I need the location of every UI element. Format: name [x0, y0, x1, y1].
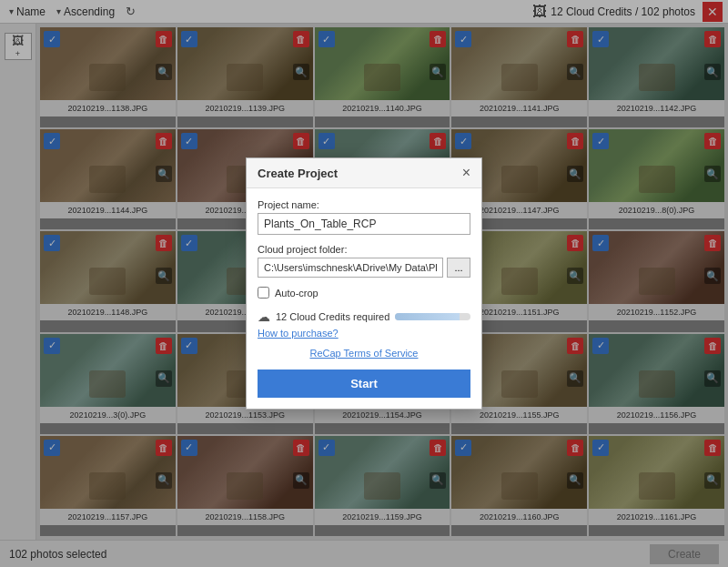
modal-close-button[interactable]: × [462, 166, 470, 180]
credits-required-text: 12 Cloud Credits required [276, 311, 389, 322]
folder-row: ... [258, 258, 470, 278]
folder-label: Cloud project folder: [258, 244, 470, 255]
project-name-input[interactable] [258, 213, 470, 235]
credits-cloud-icon: ☁ [258, 309, 270, 324]
autocrop-label: Auto-crop [275, 288, 318, 299]
modal-body: Project name: Cloud project folder: ... … [247, 188, 481, 409]
credits-progress-bar [395, 313, 470, 320]
folder-path-input[interactable] [258, 258, 443, 278]
start-button[interactable]: Start [258, 370, 470, 398]
modal-title: Create Project [258, 167, 338, 180]
modal-header: Create Project × [247, 158, 481, 188]
folder-browse-button[interactable]: ... [447, 258, 470, 278]
modal-overlay: Create Project × Project name: Cloud pro… [0, 0, 728, 567]
purchase-link[interactable]: How to purchase? [258, 328, 470, 339]
tos-link[interactable]: ReCap Terms of Service [258, 348, 470, 359]
create-project-modal: Create Project × Project name: Cloud pro… [246, 157, 482, 410]
credits-bar-fill [395, 313, 459, 320]
autocrop-row: Auto-crop [258, 287, 470, 299]
credits-row: ☁ 12 Cloud Credits required [258, 309, 470, 324]
autocrop-checkbox[interactable] [258, 287, 269, 299]
project-name-label: Project name: [258, 199, 470, 210]
